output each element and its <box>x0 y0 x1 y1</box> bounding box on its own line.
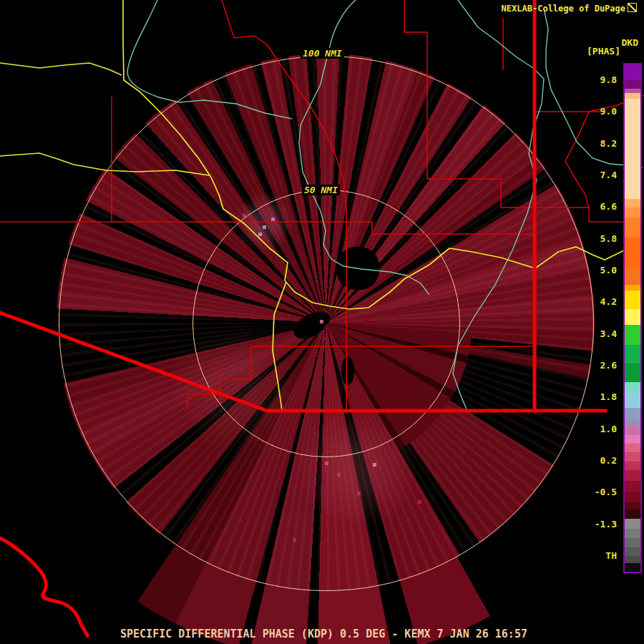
highway-line <box>123 0 640 309</box>
colorbar-segment <box>625 285 640 291</box>
colorbar-segment <box>625 481 640 492</box>
map-overlay <box>0 0 644 644</box>
colorbar-tick-label: 9.8 <box>580 75 617 85</box>
colorbar-tick-label: 5.8 <box>580 234 617 244</box>
colorbar-segment <box>625 325 640 345</box>
colorbar-tick-label: 1.8 <box>580 392 617 402</box>
color-scale-bar <box>623 63 642 573</box>
color-scale-ticks: 9.89.08.27.46.65.85.04.23.42.61.81.00.2-… <box>580 0 617 644</box>
colorbar-segment <box>625 435 640 444</box>
colorbar-tick-label: 6.6 <box>580 202 617 212</box>
colorbar-tick-label: -0.5 <box>580 487 617 497</box>
colorbar-segment <box>625 392 640 408</box>
colorbar-segment <box>625 547 640 556</box>
colorbar-segment <box>625 291 640 309</box>
cod-logo-icon <box>628 3 637 12</box>
colorbar-segment <box>625 218 640 238</box>
colorbar-segment <box>625 502 640 509</box>
colorbar-segment <box>625 364 640 382</box>
colorbar-segment <box>625 509 640 519</box>
colorbar-segment <box>625 419 640 426</box>
colorbar-tick-label: -1.3 <box>580 519 617 530</box>
colorbar-tick-label: 5.0 <box>580 265 617 275</box>
colorbar-segment <box>625 93 640 99</box>
river-lines <box>127 0 643 409</box>
colorbar-tick-label: 8.2 <box>580 139 617 149</box>
colorbar-segment <box>625 563 640 572</box>
colorbar-segment <box>625 64 640 80</box>
colorbar-tick-label: 4.2 <box>580 297 617 307</box>
colorbar-segment <box>625 345 640 364</box>
colorbar-segment <box>625 408 640 419</box>
colorbar-segment <box>625 382 640 392</box>
colorbar-segment <box>625 470 640 481</box>
county-line <box>222 0 346 410</box>
colorbar-segment <box>625 426 640 435</box>
river-line <box>299 0 429 295</box>
range-ring-label-100: 100 NMI <box>301 48 344 59</box>
colorbar-segment <box>625 492 640 502</box>
colorbar-segment <box>625 309 640 325</box>
colorbar-tick-label: 7.4 <box>580 170 617 180</box>
colorbar-segment <box>625 80 640 89</box>
colorbar-tick-label: 0.2 <box>580 456 617 466</box>
colorbar-tick-label: 3.4 <box>580 329 617 339</box>
colorbar-tick-label: 9.0 <box>580 107 617 117</box>
colorbar-segment <box>625 519 640 529</box>
colorbar-segment <box>625 208 640 218</box>
highway-line <box>0 153 209 175</box>
border-road-line <box>0 538 87 635</box>
colorbar-segment <box>625 538 640 547</box>
colorbar-segment <box>625 452 640 462</box>
colorbar-segment <box>625 462 640 470</box>
colorbar-segment <box>625 238 640 269</box>
range-ring-label-50: 50 NMI <box>302 185 340 195</box>
radar-display: 100 NMI 50 NMI NEXLAB-College of DuPage … <box>0 0 644 644</box>
colorbar-segment <box>625 529 640 538</box>
colorbar-tick-label: 2.6 <box>580 361 617 371</box>
colorbar-segment <box>625 99 640 199</box>
product-caption: SPECIFIC DIFFERENTIAL PHASE (KDP) 0.5 DE… <box>120 628 527 640</box>
colorbar-segment <box>625 199 640 208</box>
county-line <box>0 222 535 234</box>
river-line <box>127 0 292 119</box>
colorbar-tick-label: 1.0 <box>580 424 617 434</box>
product-id-label: DKD <box>622 37 638 48</box>
colorbar-segment <box>625 269 640 285</box>
colorbar-segment <box>625 444 640 452</box>
highway-line <box>0 63 122 75</box>
colorbar-segment <box>625 556 640 563</box>
colorbar-tick-label: TH <box>580 551 617 561</box>
international-border-line <box>0 313 605 411</box>
river-line <box>453 0 544 409</box>
